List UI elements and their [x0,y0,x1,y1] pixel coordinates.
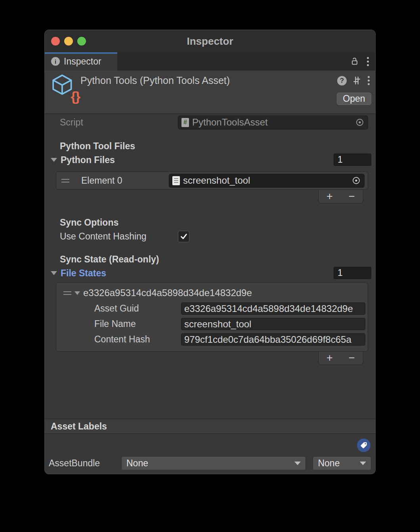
asset-guid-field[interactable]: e3326a95314cd4a5898d34de14832d9e [181,302,365,315]
use-content-hashing-label: Use Content Hashing [60,231,178,242]
python-files-foldout-icon[interactable] [51,158,57,162]
minimize-window-button[interactable] [64,37,73,46]
text-asset-icon [172,176,180,185]
asset-labels-title: Asset Labels [51,421,107,432]
element-0-row[interactable]: Element 0 screenshot_tool [56,171,368,190]
tab-bar: i Inspector [45,52,375,70]
file-state-entry-box: e3326a95314cd4a5898d34de14832d9e Asset G… [56,282,368,352]
asset-guid-label: Asset Guid [94,303,181,314]
python-files-label: Python Files [61,155,115,165]
python-tool-files-section: Python Tool Files [60,140,368,152]
assetbundle-variant-value: None [318,458,340,469]
asset-label-tag-button[interactable] [357,439,370,452]
assetbundle-row: AssetBundle None None [49,456,371,470]
element-0-value: screenshot_tool [183,175,250,186]
sync-options-section: Sync Options [60,217,368,228]
script-object-field[interactable]: # PythonToolsAsset [178,116,368,129]
drag-handle-icon[interactable] [61,179,69,182]
zoom-window-button[interactable] [77,37,86,46]
tag-icon [359,441,368,450]
object-picker-icon[interactable] [351,176,361,185]
info-icon: i [51,57,60,66]
element-0-label: Element 0 [73,175,166,186]
sync-state-label: Sync State (Read-only) [60,254,159,265]
file-states-row: File States 1 [51,267,371,279]
use-content-hashing-row: Use Content Hashing [60,230,368,243]
element-0-object-field[interactable]: screenshot_tool [169,174,365,188]
assetbundle-variant-dropdown[interactable]: None [313,456,371,470]
inspector-window: Inspector i Inspector [44,30,376,474]
python-files-row: Python Files 1 [51,153,371,167]
asset-title: Python Tools (Python Tools Asset) [80,75,230,86]
open-button[interactable]: Open [337,93,371,105]
presets-icon[interactable] [352,76,362,86]
tab-kebab-menu-icon[interactable] [366,56,370,67]
content-hash-row: Content Hash 979cf1cde0c7da64bba35026d69… [56,333,365,346]
file-states-foldout-icon[interactable] [51,271,57,275]
chevron-down-icon [294,462,301,465]
check-icon [179,232,188,241]
python-files-list-controls: + − [318,190,363,203]
add-element-button[interactable]: + [321,353,339,363]
python-tools-asset-icon: {} [51,74,79,101]
tab-inspector[interactable]: i Inspector [45,52,117,70]
script-value: PythonToolsAsset [192,117,268,128]
object-picker-icon[interactable] [355,118,365,127]
unlock-icon[interactable] [349,56,360,66]
add-element-button[interactable]: + [321,191,339,202]
remove-element-button[interactable]: − [343,191,361,202]
braces-glyph: {} [71,89,80,103]
drag-handle-icon[interactable] [63,291,71,295]
file-states-label: File States [61,268,106,279]
content-hash-label: Content Hash [94,334,181,345]
use-content-hashing-checkbox[interactable] [178,231,189,242]
window-titlebar[interactable]: Inspector [45,30,375,52]
desktop-background: Inspector i Inspector [0,0,420,532]
file-states-size-field[interactable]: 1 [334,267,371,279]
file-state-entry-header[interactable]: e3326a95314cd4a5898d34de14832d9e [56,286,365,302]
header-kebab-menu-icon[interactable] [367,75,370,86]
assetbundle-dropdown[interactable]: None [121,456,306,470]
asset-header: {} Python Tools (Python Tools Asset) ? O… [45,70,375,114]
traffic-lights [51,30,86,52]
script-label: Script [60,117,178,128]
asset-guid-row: Asset Guid e3326a95314cd4a5898d34de14832… [56,302,365,315]
python-files-size-field[interactable]: 1 [334,154,371,166]
content-hash-field[interactable]: 979cf1cde0c7da64bba35026d69f8c65a [181,333,365,346]
assetbundle-value: None [126,458,148,469]
python-tool-files-label: Python Tool Files [60,141,135,152]
sync-state-section: Sync State (Read-only) [60,253,368,265]
script-row: Script # PythonToolsAsset [60,114,368,130]
file-states-list-controls: + − [318,352,363,365]
window-title: Inspector [45,35,375,48]
asset-labels-header[interactable]: Asset Labels [45,419,375,434]
entry-guid-header: e3326a95314cd4a5898d34de14832d9e [83,287,252,298]
assetbundle-label: AssetBundle [49,458,121,469]
close-window-button[interactable] [51,37,60,46]
sync-options-label: Sync Options [60,217,118,228]
file-name-field[interactable]: screenshot_tool [181,318,365,330]
file-name-label: File Name [94,319,181,329]
file-name-row: File Name screenshot_tool [56,318,365,330]
chevron-down-icon [360,462,366,465]
tab-label: Inspector [64,56,101,67]
csharp-script-icon: # [181,118,189,127]
remove-element-button[interactable]: − [343,353,361,363]
entry-foldout-icon[interactable] [74,291,80,295]
help-icon[interactable]: ? [337,76,347,86]
